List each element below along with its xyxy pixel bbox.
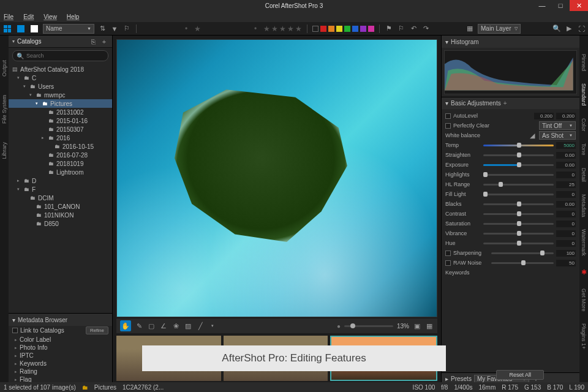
menu-help[interactable]: Help (67, 13, 80, 20)
tab-library[interactable]: Library (1, 142, 7, 159)
search-input[interactable] (26, 53, 104, 59)
actual-size-icon[interactable]: ▦ (425, 322, 434, 330)
rotate-ccw-icon[interactable]: ↶ (409, 24, 418, 33)
slideshow-icon[interactable]: ▶ (565, 24, 573, 33)
tab-getmore[interactable]: Get More (581, 288, 587, 312)
saturation-slider[interactable] (483, 223, 554, 225)
filter-icon[interactable]: ▼ (110, 24, 119, 33)
swatch-orange[interactable] (328, 26, 334, 32)
tab-pinned[interactable]: Pinned (581, 54, 587, 71)
metadata-header[interactable]: ▾Metadata Browser (9, 314, 112, 326)
image-viewer[interactable] (116, 39, 437, 317)
minimize-button[interactable]: — (533, 0, 551, 11)
layers-icon[interactable]: ▦ (466, 24, 474, 33)
swatch-yellow[interactable] (336, 26, 342, 32)
fill-slider[interactable] (483, 194, 554, 195)
get-more-icon[interactable]: ✱ (581, 268, 587, 276)
region-icon[interactable]: ▨ (184, 322, 192, 330)
copy-icon[interactable]: ⎘ (89, 37, 97, 46)
close-button[interactable]: ✕ (570, 0, 588, 11)
swatch-blue[interactable] (352, 26, 358, 32)
tree-node[interactable]: 🖿2015-01-16 (9, 116, 112, 125)
layer-select[interactable]: Main Layer▽ (478, 24, 521, 34)
tree-node[interactable]: ▾🖿C (9, 74, 112, 82)
rating-none-icon[interactable]: • (182, 24, 190, 33)
tree-node[interactable]: 🖿101NIKON (9, 211, 112, 219)
vibrance-slider[interactable] (483, 233, 554, 235)
tab-color[interactable]: Color (581, 118, 587, 132)
tree-node[interactable]: 🖿D850 (9, 219, 112, 228)
highlights-slider[interactable] (483, 174, 554, 176)
menu-view[interactable]: View (43, 13, 57, 20)
tree-node[interactable]: 🖿101_CANON (9, 202, 112, 211)
zoom-slider[interactable] (344, 325, 393, 327)
hlrange-slider[interactable] (483, 184, 554, 186)
view-full-button[interactable] (16, 24, 26, 34)
tab-metadata[interactable]: Metadata (581, 194, 587, 217)
rating-stars[interactable]: ★★★★★ (263, 24, 302, 33)
exposure-slider[interactable] (483, 164, 554, 166)
fit-icon[interactable]: ▣ (413, 322, 421, 330)
autolevel-checkbox[interactable] (445, 113, 451, 119)
meta-item[interactable]: ▸Photo Info (9, 344, 112, 352)
flag-reject-icon[interactable]: ⚐ (397, 24, 405, 33)
fullscreen-icon[interactable]: ⛶ (577, 24, 586, 33)
swatch-red[interactable] (320, 26, 326, 32)
tree-node[interactable]: 🖿2016-07-28 (9, 151, 112, 159)
rating-star[interactable]: ★ (194, 24, 201, 33)
view-grid-button[interactable] (2, 24, 12, 34)
sharp-slider[interactable] (491, 252, 554, 254)
tab-tone[interactable]: Tone (581, 143, 587, 156)
sort-select[interactable]: Name▼ (43, 24, 94, 34)
hue-slider[interactable] (483, 243, 554, 244)
tab-output[interactable]: Output (1, 60, 7, 77)
tab-detail[interactable]: Detail (581, 168, 587, 182)
tree-node[interactable]: ▾🖿F (9, 185, 112, 194)
flag-toggle-icon[interactable]: ⚐ (123, 24, 131, 33)
catalogs-header[interactable]: ▾Catalogs ⎘ + (9, 36, 112, 48)
add-icon[interactable]: + (100, 37, 108, 46)
tab-filesystem[interactable]: File System (1, 95, 7, 124)
raw-slider[interactable] (491, 262, 554, 264)
contrast-slider[interactable] (483, 213, 554, 215)
meta-item[interactable]: ▸Color Label (9, 336, 112, 344)
tree-node[interactable]: ▾🖿mwmpc (9, 91, 112, 99)
search-icon[interactable]: 🔍 (552, 24, 561, 33)
heal-icon[interactable]: ❀ (172, 322, 180, 330)
adjustments-header[interactable]: ▾Basic Adjustments+ (442, 97, 579, 109)
tree-node[interactable]: ▾🖿Users (9, 82, 112, 91)
link-catalogs-checkbox[interactable] (12, 328, 18, 333)
more-tools-icon[interactable]: ▾ (208, 322, 217, 330)
tree-node[interactable]: 🖿20131002 (9, 108, 112, 116)
tree-node[interactable]: 🖿DCIM (9, 194, 112, 202)
reset-all-button[interactable]: Reset All (496, 370, 544, 380)
tree-node[interactable]: 🖿Lightroom (9, 168, 112, 176)
swatch-purple[interactable] (360, 26, 366, 32)
flag-pick-icon[interactable]: ⚑ (385, 24, 393, 33)
meta-item[interactable]: ▸Rating (9, 368, 112, 375)
tab-standard[interactable]: Standard (581, 83, 587, 106)
rotate-cw-icon[interactable]: ↷ (421, 24, 430, 33)
swatch-pink[interactable] (368, 26, 374, 32)
tree-node[interactable]: 🖿20150307 (9, 125, 112, 134)
tab-plugins[interactable]: Plugins 1+ (581, 323, 587, 349)
tree-node[interactable]: ▤AfterShot Catalog 2018 (9, 65, 112, 74)
view-compare-button[interactable] (29, 24, 39, 34)
meta-item[interactable]: ▸Keywords (9, 360, 112, 368)
tint-select[interactable]: Tint Off▼ (539, 121, 576, 130)
tree-node[interactable]: 🖿2016-10-15 (9, 142, 112, 151)
meta-item[interactable]: ▸IPTC (9, 352, 112, 360)
eyedropper-icon[interactable]: ✎ (135, 322, 143, 330)
blacks-slider[interactable] (483, 203, 554, 205)
rating-none-icon[interactable]: • (251, 24, 260, 33)
tree-node-selected[interactable]: ▾🖿Pictures (9, 99, 112, 108)
raw-checkbox[interactable] (445, 260, 451, 266)
sort-toggle-icon[interactable]: ⇅ (98, 24, 107, 33)
pan-tool-icon[interactable]: ✋ (120, 320, 131, 331)
swatch-none[interactable] (312, 26, 318, 32)
histogram-header[interactable]: ▾Histogram (442, 36, 579, 48)
menu-edit[interactable]: Edit (23, 13, 34, 20)
straighten-slider[interactable] (483, 154, 554, 156)
tree-node[interactable]: 🖿20181019 (9, 159, 112, 168)
catalog-search[interactable]: 🔍 (12, 50, 108, 61)
